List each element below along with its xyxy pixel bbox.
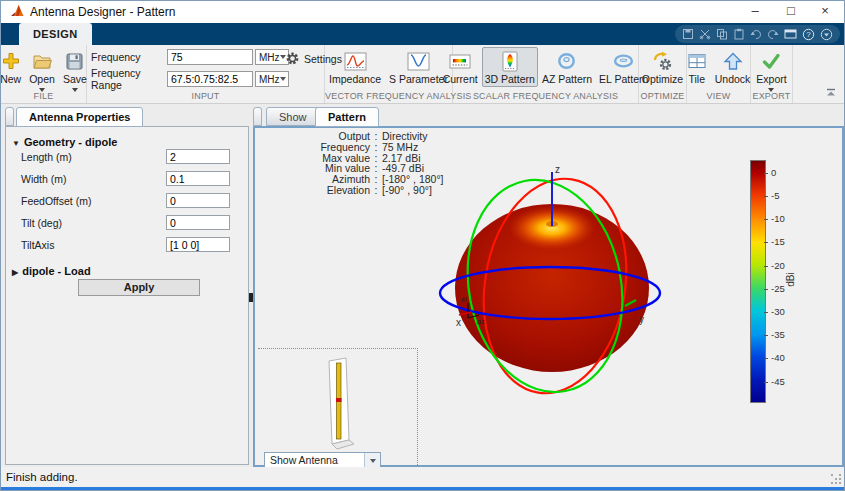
cut-icon[interactable] (699, 28, 711, 40)
tab-show[interactable]: Show (266, 107, 320, 126)
undo-icon[interactable] (750, 28, 762, 40)
colorbar-tick-label: 0 (771, 168, 801, 178)
open-button[interactable]: Open (26, 47, 58, 94)
undock-button[interactable]: Undock (712, 47, 754, 87)
tilt-input[interactable] (166, 215, 230, 230)
pattern-3d-icon (501, 49, 519, 73)
save-button[interactable]: Save (60, 47, 90, 94)
colorbar-tick-label: -20 (771, 261, 801, 271)
antenna-properties-body: ▼Geometry - dipole Length (m) Width (m) … (5, 126, 249, 465)
layout-window-icon[interactable] (784, 28, 797, 40)
maximize-button[interactable]: □ (774, 1, 808, 23)
pattern-body: Output:Directivity Frequency:75 MHz Max … (253, 126, 844, 467)
colorbar-tickmark (764, 289, 768, 290)
dropdown-chevron-icon (364, 453, 380, 468)
export-check-icon (761, 49, 781, 73)
colorbar-tick-label: -45 (771, 377, 801, 387)
ribbon-section-export: Export EXPORT (751, 45, 793, 103)
expander-right-icon: ▶ (12, 268, 18, 277)
width-label: Width (m) (21, 173, 67, 185)
feed-point (336, 398, 342, 402)
expander-down-icon: ▼ (12, 139, 20, 148)
title-bar: Antenna Designer - Pattern – □ × (1, 1, 844, 23)
colorbar-tick-label: -15 (771, 237, 801, 247)
gear-icon (285, 51, 300, 66)
az-axis-label: az (477, 318, 485, 325)
length-input[interactable] (166, 149, 230, 164)
colorbar-tick-label: -40 (771, 353, 801, 363)
colorbar-tickmark (764, 196, 768, 197)
optimize-icon (652, 49, 674, 73)
colorbar-tickmark (764, 242, 768, 243)
colorbar-tickmark (764, 266, 768, 267)
app-window: Antenna Designer - Pattern – □ × DESIGN … (0, 0, 845, 491)
s-parameter-icon (407, 49, 430, 73)
close-button[interactable]: × (808, 1, 842, 23)
el-pattern-icon (612, 49, 635, 73)
current-icon (449, 49, 471, 73)
z-axis-label: z (555, 164, 560, 175)
tile-icon (687, 49, 707, 73)
left-tab-row: Antenna Properties (5, 107, 249, 126)
resize-grip[interactable] (831, 474, 841, 484)
range-unit-dropdown[interactable]: MHz (255, 71, 289, 87)
status-text: Finish adding. (6, 471, 78, 483)
svg-text:?: ? (806, 30, 811, 39)
ribbon: New Open Save FILE (1, 45, 844, 104)
optimize-button[interactable]: Optimize (639, 47, 686, 87)
width-input[interactable] (166, 171, 230, 186)
ribbon-section-vector: Impedance S Parameter VECTOR FREQUENCY A… (325, 45, 453, 103)
window-title: Antenna Designer - Pattern (30, 5, 175, 19)
ribbon-section-file: New Open Save FILE (1, 45, 87, 103)
tab-design[interactable]: DESIGN (19, 23, 92, 45)
tiltaxis-label: TiltAxis (21, 239, 54, 251)
minimize-button[interactable]: – (738, 1, 772, 23)
antenna-properties-panel: Antenna Properties ▼Geometry - dipole Le… (5, 104, 249, 465)
quick-access-toolbar: ? (675, 25, 840, 43)
tab-antenna-properties[interactable]: Antenna Properties (16, 107, 143, 127)
colorbar-tick-label: -35 (771, 330, 801, 340)
redo-icon[interactable] (767, 28, 779, 40)
frequency-label: Frequency (91, 51, 167, 63)
paste-icon[interactable] (733, 28, 745, 40)
load-section-header[interactable]: ▶dipole - Load (12, 265, 91, 277)
tab-strip-stub (253, 107, 262, 126)
colorbar-tickmark (764, 358, 768, 359)
colorbar-tickmark (764, 219, 768, 220)
new-button[interactable]: New (0, 47, 24, 87)
geometry-section-header[interactable]: ▼Geometry - dipole (12, 136, 117, 148)
ribbon-section-view: Tile Undock VIEW (687, 45, 751, 103)
save-disk-icon (65, 49, 84, 73)
impedance-button[interactable]: Impedance (326, 47, 384, 87)
az-pattern-icon (556, 49, 577, 73)
save-icon[interactable] (682, 28, 694, 40)
frequency-input[interactable] (167, 49, 253, 65)
new-icon (1, 49, 21, 73)
help-icon[interactable]: ? (802, 28, 815, 41)
frequency-unit-dropdown[interactable]: MHz (255, 49, 289, 65)
tiltaxis-input[interactable] (166, 237, 230, 252)
tab-pattern[interactable]: Pattern (315, 107, 379, 127)
colorbar-unit-label: dBi (785, 272, 796, 286)
pattern-3d-button[interactable]: 3D Pattern (482, 47, 538, 87)
export-button[interactable]: Export (753, 47, 789, 94)
az-pattern-button[interactable]: AZ Pattern (539, 47, 595, 87)
qat-dropdown-icon[interactable] (820, 28, 833, 41)
collapse-ribbon-icon[interactable] (825, 88, 837, 97)
current-button[interactable]: Current (440, 47, 481, 87)
copy-icon[interactable] (716, 28, 728, 40)
ribbon-section-scalar: Current 3D Pattern AZ Pattern (453, 45, 639, 103)
apply-button[interactable]: Apply (78, 279, 200, 296)
right-tab-row: Show Pattern (253, 107, 844, 126)
tile-button[interactable]: Tile (684, 47, 710, 87)
ribbon-section-optimize: Optimize OPTIMIZE (639, 45, 687, 103)
open-folder-icon (32, 49, 53, 73)
feedoffset-input[interactable] (166, 193, 230, 208)
frequency-range-input[interactable] (167, 71, 253, 87)
x-axis-label: x (456, 317, 461, 328)
undock-arrow-icon (723, 49, 743, 73)
colorbar-tickmark (764, 312, 768, 313)
el-axis-label: el (461, 296, 467, 303)
tilt-label: Tilt (deg) (21, 217, 62, 229)
frequency-range-label: Frequency Range (91, 67, 167, 91)
